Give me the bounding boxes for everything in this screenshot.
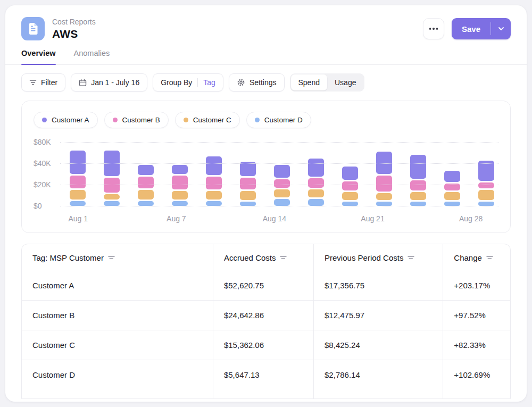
stacked-bar[interactable] — [342, 167, 358, 206]
bar-segment-customer-c[interactable] — [104, 194, 120, 200]
settings-button[interactable]: Settings — [229, 73, 285, 92]
bar-segment-customer-d[interactable] — [206, 201, 222, 206]
table-header-cell[interactable]: Accrued Costs — [213, 244, 313, 271]
bar-segment-customer-d[interactable] — [342, 202, 358, 206]
bar-segment-customer-c[interactable] — [138, 190, 154, 199]
bar-segment-customer-a[interactable] — [342, 167, 358, 180]
table-header-cell[interactable]: Change — [443, 244, 510, 271]
stacked-bar[interactable] — [240, 162, 256, 206]
y-axis-label: $0 — [34, 202, 42, 210]
bar-segment-customer-a[interactable] — [172, 165, 188, 174]
bar-segment-customer-b[interactable] — [478, 182, 494, 188]
bar-segment-customer-a[interactable] — [138, 165, 154, 175]
table-row[interactable]: Customer D$5,647.13$2,786.14+102.69% — [22, 360, 510, 389]
bar-segment-customer-d[interactable] — [138, 201, 154, 206]
stacked-bar[interactable] — [376, 152, 392, 206]
ellipsis-icon — [429, 28, 431, 30]
legend-dot-icon — [42, 118, 47, 122]
bar-segment-customer-b[interactable] — [410, 180, 426, 190]
table-header-cell[interactable]: Previous Period Costs — [313, 244, 443, 271]
calendar-icon — [79, 79, 87, 87]
table-header-cell[interactable]: Tag: MSP Customer — [22, 244, 213, 271]
bar-segment-customer-a[interactable] — [444, 171, 460, 182]
bar-segment-customer-c[interactable] — [70, 190, 86, 199]
bar-segment-customer-b[interactable] — [206, 177, 222, 190]
legend-item[interactable]: Customer D — [246, 112, 311, 128]
more-options-button[interactable] — [423, 18, 444, 39]
gear-icon — [237, 78, 245, 87]
save-button[interactable]: Save — [452, 18, 491, 39]
bar-segment-customer-b[interactable] — [376, 176, 392, 192]
bar-segment-customer-d[interactable] — [172, 201, 188, 206]
bar-segment-customer-d[interactable] — [308, 199, 324, 206]
filter-icon — [29, 79, 37, 86]
legend-dot-icon — [255, 118, 260, 122]
bar-segment-customer-c[interactable] — [274, 189, 290, 197]
bar-segment-customer-a[interactable] — [376, 152, 392, 174]
stacked-bar[interactable] — [444, 171, 460, 206]
legend-item[interactable]: Customer C — [175, 112, 240, 128]
group-by-button[interactable]: Group By Tag — [153, 73, 223, 92]
bar-segment-customer-d[interactable] — [274, 199, 290, 206]
bar-segment-customer-b[interactable] — [172, 176, 188, 190]
save-dropdown-button[interactable] — [491, 18, 511, 39]
bar-segment-customer-c[interactable] — [478, 190, 494, 200]
bar-segment-customer-a[interactable] — [308, 159, 324, 177]
date-range-label: Jan 1 - July 16 — [91, 78, 139, 87]
segment-spend[interactable]: Spend — [291, 74, 327, 90]
bar-segment-customer-d[interactable] — [410, 202, 426, 206]
table-row[interactable]: Customer C$15,362.06$8,425.24+82.33% — [22, 330, 510, 360]
x-axis-label: Aug 14 — [263, 214, 286, 223]
bar-segment-customer-a[interactable] — [274, 165, 290, 178]
bar-segment-customer-d[interactable] — [70, 201, 86, 206]
legend-item[interactable]: Customer A — [34, 112, 98, 128]
bar-segment-customer-c[interactable] — [376, 193, 392, 200]
bar-segment-customer-d[interactable] — [478, 202, 494, 206]
legend-label: Customer C — [193, 116, 231, 124]
stacked-bar[interactable] — [308, 159, 324, 206]
bar-segment-customer-d[interactable] — [104, 201, 120, 206]
date-range-button[interactable]: Jan 1 - July 16 — [71, 73, 147, 92]
stacked-bar[interactable] — [172, 165, 188, 206]
tab-overview[interactable]: Overview — [21, 49, 56, 64]
bar-segment-customer-d[interactable] — [376, 202, 392, 206]
bar-segment-customer-c[interactable] — [342, 192, 358, 200]
bar-segment-customer-b[interactable] — [240, 178, 256, 190]
stacked-bar[interactable] — [274, 165, 290, 206]
table-header-row: Tag: MSP CustomerAccrued CostsPrevious P… — [22, 244, 510, 271]
stacked-bar[interactable] — [206, 156, 222, 206]
table-row[interactable]: Customer B$24,642.86$12,475.97+97.52% — [22, 300, 510, 330]
filter-button[interactable]: Filter — [21, 73, 65, 92]
bar-segment-customer-d[interactable] — [444, 202, 460, 206]
stacked-bar[interactable] — [138, 165, 154, 206]
bar-segment-customer-c[interactable] — [410, 192, 426, 200]
filter-label: Filter — [41, 78, 57, 87]
value-cell: $15,362.06 — [213, 330, 313, 360]
bar-segment-customer-b[interactable] — [274, 179, 290, 187]
bar-segment-customer-b[interactable] — [70, 176, 86, 189]
value-cell: $12,475.97 — [313, 301, 443, 330]
value-cell: +97.52% — [443, 301, 510, 330]
bar-segment-customer-b[interactable] — [308, 178, 324, 187]
table-row[interactable]: Customer A$52,620.75$17,356.75+203.17% — [22, 271, 510, 300]
x-axis-label: Aug 7 — [167, 214, 186, 223]
bar-segment-customer-c[interactable] — [444, 192, 460, 200]
stacked-bar[interactable] — [478, 161, 494, 206]
bar-segment-customer-b[interactable] — [342, 181, 358, 190]
tab-anomalies[interactable]: Anomalies — [74, 49, 110, 64]
bar-segment-customer-a[interactable] — [410, 155, 426, 179]
bar-segment-customer-c[interactable] — [206, 191, 222, 199]
gridline — [60, 142, 498, 143]
bar-segment-customer-c[interactable] — [240, 191, 256, 200]
bar-segment-customer-c[interactable] — [308, 189, 324, 197]
bar-segment-customer-d[interactable] — [240, 202, 256, 206]
stacked-bar[interactable] — [104, 151, 120, 206]
bar-segment-customer-a[interactable] — [206, 156, 222, 175]
stacked-bar[interactable] — [70, 151, 86, 206]
segment-usage[interactable]: Usage — [327, 74, 363, 90]
legend-item[interactable]: Customer B — [104, 112, 169, 128]
bar-segment-customer-b[interactable] — [138, 177, 154, 189]
stacked-bar[interactable] — [410, 155, 426, 206]
bar-segment-customer-a[interactable] — [70, 151, 86, 174]
bar-segment-customer-c[interactable] — [172, 191, 188, 199]
